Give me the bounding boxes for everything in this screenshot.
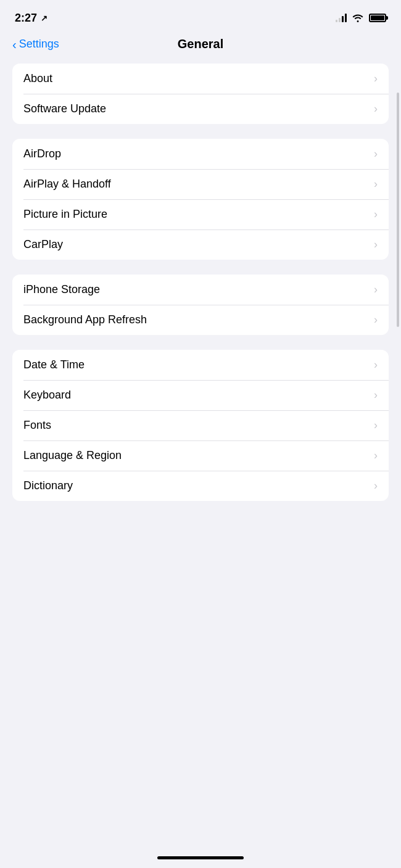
settings-group-2: AirDrop › AirPlay & Handoff › Picture in… <box>12 139 389 260</box>
settings-group-1: About › Software Update › <box>12 64 389 124</box>
settings-item-iphone-storage[interactable]: iPhone Storage › <box>12 275 389 305</box>
settings-item-label: About <box>23 72 52 85</box>
settings-item-label: Dictionary <box>23 479 73 492</box>
chevron-right-icon: › <box>374 208 378 221</box>
chevron-right-icon: › <box>374 419 378 432</box>
page-title: General <box>178 37 223 51</box>
settings-item-label: AirPlay & Handoff <box>23 178 111 191</box>
chevron-right-icon: › <box>374 313 378 326</box>
signal-bars <box>336 14 347 22</box>
signal-bar-2 <box>339 18 341 22</box>
settings-item-picture-in-picture[interactable]: Picture in Picture › <box>12 199 389 229</box>
settings-item-software-update[interactable]: Software Update › <box>12 94 389 124</box>
chevron-right-icon: › <box>374 389 378 402</box>
chevron-right-icon: › <box>374 238 378 251</box>
settings-item-label: Background App Refresh <box>23 313 147 326</box>
settings-item-keyboard[interactable]: Keyboard › <box>12 380 389 410</box>
chevron-right-icon: › <box>374 358 378 371</box>
settings-item-label: CarPlay <box>23 238 63 251</box>
wifi-icon <box>352 14 364 22</box>
settings-item-label: Software Update <box>23 102 106 115</box>
status-time: 2:27 ↗ <box>15 12 48 25</box>
settings-item-airdrop[interactable]: AirDrop › <box>12 139 389 169</box>
settings-item-carplay[interactable]: CarPlay › <box>12 229 389 260</box>
chevron-right-icon: › <box>374 72 378 85</box>
chevron-right-icon: › <box>374 147 378 160</box>
settings-item-date-time[interactable]: Date & Time › <box>12 350 389 380</box>
battery-fill <box>371 15 384 20</box>
signal-bar-3 <box>342 16 344 22</box>
settings-item-label: Fonts <box>23 419 51 432</box>
settings-item-label: Keyboard <box>23 389 71 402</box>
chevron-right-icon: › <box>374 102 378 115</box>
settings-item-label: Picture in Picture <box>23 208 107 221</box>
status-bar: 2:27 ↗ <box>0 0 401 32</box>
settings-group-4: Date & Time › Keyboard › Fonts › Languag… <box>12 350 389 501</box>
chevron-right-icon: › <box>374 178 378 191</box>
settings-item-fonts[interactable]: Fonts › <box>12 410 389 440</box>
settings-item-background-app-refresh[interactable]: Background App Refresh › <box>12 305 389 335</box>
chevron-right-icon: › <box>374 283 378 296</box>
chevron-right-icon: › <box>374 479 378 492</box>
signal-bar-1 <box>336 20 337 22</box>
battery-icon <box>369 14 386 22</box>
signal-bar-4 <box>345 14 347 22</box>
back-label: Settings <box>19 38 59 51</box>
settings-group-3: iPhone Storage › Background App Refresh … <box>12 275 389 335</box>
settings-item-label: iPhone Storage <box>23 283 100 296</box>
settings-item-about[interactable]: About › <box>12 64 389 94</box>
chevron-right-icon: › <box>374 449 378 462</box>
settings-item-label: Language & Region <box>23 449 122 462</box>
back-chevron-icon: ‹ <box>12 38 17 51</box>
settings-item-label: AirDrop <box>23 147 61 160</box>
settings-item-label: Date & Time <box>23 358 85 371</box>
status-icons <box>336 14 386 22</box>
scrollbar[interactable] <box>397 93 399 327</box>
content: About › Software Update › AirDrop › AirP… <box>0 59 401 521</box>
settings-item-dictionary[interactable]: Dictionary › <box>12 471 389 501</box>
settings-item-airplay-handoff[interactable]: AirPlay & Handoff › <box>12 169 389 199</box>
time-label: 2:27 <box>15 12 37 25</box>
location-icon: ↗ <box>41 14 48 23</box>
nav-bar: ‹ Settings General <box>0 32 401 59</box>
back-button[interactable]: ‹ Settings <box>12 38 59 51</box>
settings-item-language-region[interactable]: Language & Region › <box>12 440 389 471</box>
home-indicator <box>157 856 244 859</box>
